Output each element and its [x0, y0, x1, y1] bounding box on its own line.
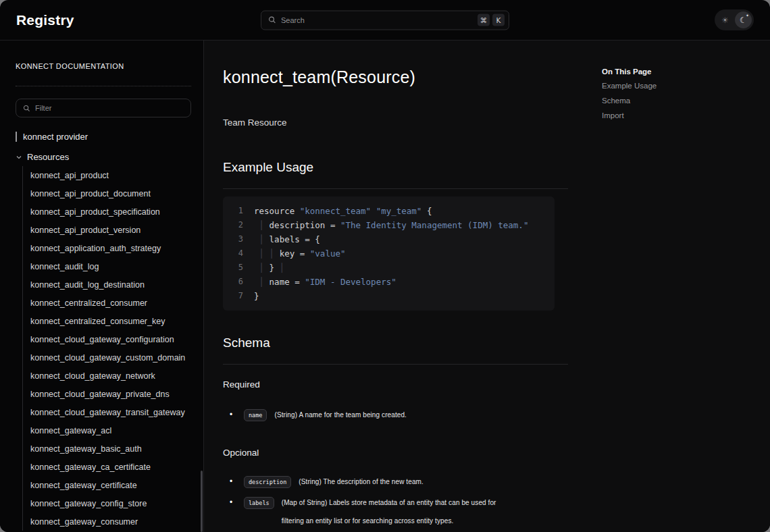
search-icon: [268, 16, 276, 24]
sidebar-item-konnect_application_auth_strategy[interactable]: konnect_application_auth_strategy: [30, 239, 191, 257]
search-placeholder: Search: [281, 16, 473, 24]
attribute-description: (Map of String) Labels store metadata of…: [282, 494, 515, 530]
command-key-icon: ⌘: [478, 14, 490, 26]
sidebar-divider: [16, 86, 191, 86]
sidebar-item-konnect_gateway_certificate[interactable]: konnect_gateway_certificate: [30, 476, 191, 494]
sidebar-item-konnect-provider[interactable]: konnect provider: [16, 132, 191, 142]
sidebar-item-konnect_api_product_specification[interactable]: konnect_api_product_specification: [30, 203, 191, 221]
code-text: │ description = "The Identity Management…: [254, 218, 528, 232]
schema-heading: Schema: [223, 336, 568, 365]
line-number: 7: [234, 289, 243, 303]
code-line: 6 │ name = "IDM - Developers": [234, 275, 544, 289]
attribute-chip: labels: [244, 497, 274, 509]
filter-input[interactable]: Filter: [16, 99, 191, 117]
sidebar-item-konnect_cloud_gateway_custom_domain[interactable]: konnect_cloud_gateway_custom_domain: [30, 348, 191, 367]
sidebar-item-konnect_gateway_ca_certificate[interactable]: konnect_gateway_ca_certificate: [30, 458, 191, 476]
toc-link-example-usage[interactable]: Example Usage: [602, 82, 657, 90]
code-text: resource "konnect_team" "my_team" {: [254, 204, 432, 218]
sparkle-icon: ✦: [746, 14, 749, 18]
theme-toggle: ☀ ☾ ✦: [715, 9, 754, 30]
attribute-chip: name: [244, 409, 267, 421]
sidebar-item-konnect_gateway_basic_auth[interactable]: konnect_gateway_basic_auth: [30, 440, 191, 458]
resources-label: Resources: [27, 152, 69, 162]
page-subtitle: Team Resource: [223, 117, 568, 128]
bullet-icon: •: [230, 494, 244, 512]
required-heading: Required: [223, 379, 568, 390]
required-list: •name(String) A name for the team being …: [223, 406, 568, 424]
code-text: │ } │: [254, 261, 284, 275]
line-number: 6: [234, 275, 243, 289]
code-line: 4 │ │ key = "value": [234, 246, 544, 261]
sidebar-scrollbar-thumb[interactable]: [201, 471, 203, 532]
line-number: 5: [234, 261, 243, 275]
line-number: 3: [234, 232, 243, 246]
light-theme-button[interactable]: ☀: [717, 11, 734, 28]
code-text: │ │ key = "value": [254, 246, 346, 261]
sidebar-item-konnect_centralized_consumer_key[interactable]: konnect_centralized_consumer_key: [30, 312, 191, 330]
toc-link-import[interactable]: Import: [602, 111, 657, 120]
line-number: 4: [234, 246, 243, 261]
sun-icon: ☀: [721, 16, 729, 25]
code-text: }: [254, 289, 259, 303]
sidebar-item-konnect_gateway_consumer[interactable]: konnect_gateway_consumer: [30, 512, 191, 531]
line-number: 1: [234, 204, 243, 218]
sidebar-item-konnect_cloud_gateway_transit_gateway[interactable]: konnect_cloud_gateway_transit_gateway: [30, 403, 191, 421]
attribute-chip: description: [244, 476, 291, 488]
schema-item: •labels(Map of String) Labels store meta…: [223, 494, 568, 530]
filter-search-icon: [23, 105, 30, 112]
sidebar-item-konnect_gateway_config_store[interactable]: konnect_gateway_config_store: [30, 494, 191, 512]
sidebar-item-konnect_audit_log[interactable]: konnect_audit_log: [30, 257, 191, 275]
k-key: K: [492, 14, 505, 26]
code-line: 3 │ labels = {: [234, 232, 544, 246]
sidebar-item-konnect_centralized_consumer[interactable]: konnect_centralized_consumer: [30, 294, 191, 312]
app-window: Registry Search ⌘ K ☀ ☾ ✦ KONNECT DOCUME…: [0, 0, 770, 532]
toc-links: Example UsageSchemaImport: [602, 82, 657, 120]
toc-title: On This Page: [602, 68, 657, 76]
sidebar-item-konnect_audit_log_destination[interactable]: konnect_audit_log_destination: [30, 275, 191, 294]
on-this-page-nav: On This Page Example UsageSchemaImport: [602, 68, 657, 532]
chevron-down-icon: [16, 154, 22, 161]
sidebar-item-konnect_api_product_document[interactable]: konnect_api_product_document: [30, 184, 191, 203]
schema-item: •name(String) A name for the team being …: [223, 406, 568, 424]
code-text: │ name = "IDM - Developers": [254, 275, 396, 289]
code-lines: 1resource "konnect_team" "my_team" {2 │ …: [234, 204, 544, 303]
toc-link-schema[interactable]: Schema: [602, 97, 657, 105]
sidebar-item-konnect_cloud_gateway_configuration[interactable]: konnect_cloud_gateway_configuration: [30, 330, 191, 348]
page-title: konnect_team(Resource): [223, 68, 568, 87]
example-usage-heading: Example Usage: [223, 160, 568, 189]
bullet-icon: •: [230, 406, 244, 424]
brand-logo[interactable]: Registry: [16, 12, 74, 28]
sidebar-group-resources[interactable]: Resources: [16, 152, 191, 162]
sidebar-item-konnect_gateway_acl[interactable]: konnect_gateway_acl: [30, 421, 191, 440]
search-shortcut: ⌘ K: [478, 14, 505, 26]
optional-heading: Opcional: [223, 448, 568, 458]
sidebar: KONNECT DOCUMENTATION Filter konnect pro…: [0, 41, 204, 532]
code-line: 2 │ description = "The Identity Manageme…: [234, 218, 544, 232]
code-block: 1resource "konnect_team" "my_team" {2 │ …: [223, 196, 555, 311]
sidebar-item-konnect_api_product[interactable]: konnect_api_product: [30, 166, 191, 184]
search-input[interactable]: Search ⌘ K: [261, 10, 509, 30]
optional-list: •description(String) The description of …: [223, 473, 568, 530]
top-bar: Registry Search ⌘ K ☀ ☾ ✦: [0, 0, 770, 41]
sidebar-item-konnect_api_product_version[interactable]: konnect_api_product_version: [30, 221, 191, 239]
line-number: 2: [234, 218, 243, 232]
dark-theme-button[interactable]: ☾ ✦: [735, 11, 752, 28]
bullet-icon: •: [230, 473, 244, 491]
schema-item: •description(String) The description of …: [223, 473, 568, 491]
code-text: │ labels = {: [254, 232, 320, 246]
code-line: 7}: [234, 289, 544, 303]
resource-list: konnect_api_productkonnect_api_product_d…: [22, 166, 191, 531]
main-content: konnect_team(Resource) Team Resource Exa…: [204, 41, 770, 532]
sidebar-item-konnect_cloud_gateway_network[interactable]: konnect_cloud_gateway_network: [30, 367, 191, 385]
sidebar-title: KONNECT DOCUMENTATION: [16, 62, 191, 70]
code-line: 5 │ } │: [234, 261, 544, 275]
filter-placeholder: Filter: [35, 104, 51, 112]
sidebar-item-konnect_cloud_gateway_private_dns[interactable]: konnect_cloud_gateway_private_dns: [30, 385, 191, 403]
attribute-description: (String) The description of the new team…: [299, 473, 532, 491]
attribute-description: (String) A name for the team being creat…: [274, 406, 507, 424]
code-line: 1resource "konnect_team" "my_team" {: [234, 204, 544, 218]
